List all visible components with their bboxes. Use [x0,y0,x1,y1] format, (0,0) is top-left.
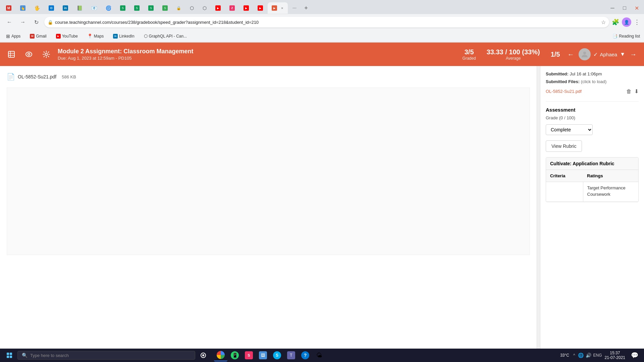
eye-icon [25,52,33,57]
address-wrapper[interactable]: 🔒 course.teachingchannel.com/courses/238… [44,17,609,27]
tab-sheets[interactable]: S [116,2,129,14]
bookmark-maps[interactable]: 📍 Maps [85,33,106,39]
browser-menu-button[interactable]: ⋮ [634,18,640,26]
address-bar: ← → ↻ 🔒 course.teachingchannel.com/cours… [0,14,644,30]
tab5-favicon: 📧 [91,5,97,11]
gradebook-icon-btn[interactable] [5,48,17,60]
close-button[interactable]: ✕ [631,3,642,13]
gh2-favicon: ⬡ [203,5,207,11]
maps-bm-icon: 📍 [87,34,93,39]
tab-yt1[interactable]: ▶ [211,2,225,14]
start-button[interactable] [3,349,16,361]
download-file-button[interactable]: ⬇ [634,88,639,95]
tab-3[interactable]: 🖐 [30,2,44,14]
skype-app-icon: S [273,351,281,359]
tab-more[interactable]: ⋯ [288,2,301,14]
student-dropdown-button[interactable]: ▼ [620,51,625,57]
notification-button[interactable]: 💬 [628,349,641,361]
refresh-button[interactable]: ↻ [31,17,42,27]
task-view-button[interactable] [197,349,210,361]
tab-github[interactable]: ⬡ [186,2,198,14]
tab-vault[interactable]: 🔒 [172,2,185,14]
tab-2[interactable]: 👆 [16,2,30,14]
taskbar-sublime-app[interactable]: S [242,349,256,361]
tab-sheets3[interactable]: S [144,2,158,14]
next-student-button[interactable]: → [628,49,639,60]
rubric-table: Criteria Ratings Target Performance Cour… [546,170,638,202]
extensions-button[interactable]: 🧩 [612,18,619,26]
bookmark-graphql[interactable]: ⬡ GraphQL API - Can... [142,33,189,39]
taskbar-gallery-app[interactable]: 🖼 [256,349,270,361]
new-tab-button[interactable]: + [301,3,311,13]
tab-outlook[interactable]: O [45,2,58,14]
tab-4[interactable]: 📗 [73,2,87,14]
submitted-files-label: Submitted Files: [546,79,580,84]
coursework-label: Coursework [587,192,635,197]
eye-icon-btn[interactable] [23,48,35,60]
reading-list-icon: 📑 [612,34,618,39]
graphql-bm-icon: ⬡ [144,34,148,39]
header-stats: 3/5 Graded 33.33 / 100 (33%) Average 1/5 [463,48,560,61]
url-bar[interactable]: course.teachingchannel.com/courses/238/g… [44,17,609,27]
tab-close-btn[interactable]: × [280,5,284,11]
pdf-filename[interactable]: OL-5852-Su21.pdf [18,74,56,79]
prev-student-button[interactable]: ← [565,49,576,60]
taskbar-chrome-app[interactable] [214,349,227,361]
minimize-button[interactable]: ─ [607,3,618,13]
tab-5[interactable]: 📧 [87,2,101,14]
taskbar-help-app[interactable]: ? [299,349,312,361]
taskbar-teams-app[interactable]: T [284,349,298,361]
search-icon: 🔍 [22,353,28,358]
pdf-file-item: 📄 OL-5852-Su21.pdf 586 KB [7,73,530,81]
github-favicon: ⬡ [190,5,194,11]
user-avatar-icon [581,51,588,58]
bookmarks-bar: ⊞ Apps M Gmail ▶ YouTube 📍 Maps in Linke… [0,30,644,42]
student-avatar [579,48,591,60]
bookmark-gmail[interactable]: M Gmail [28,33,48,39]
click-to-load-label[interactable]: (click to load) [581,79,607,84]
taskbar-whatsapp-app[interactable]: 📱 [228,349,241,361]
bookmark-linkedin[interactable]: in LinkedIn [111,33,136,39]
tab-linkedin[interactable]: in [59,2,72,14]
sys-tray-icons: 🌐 🔊 ENG [578,353,602,358]
forward-button[interactable]: → [17,17,28,27]
settings-icon-btn[interactable] [40,48,52,60]
student-name-block: ✓ Aphaea [593,51,617,58]
submitted-file-link[interactable]: OL-5852-Su21.pdf 🗑 ⬇ [546,87,639,96]
reading-list-button[interactable]: 📑 Reading list [612,34,640,39]
taskbar-weather-app[interactable]: 🌤 [313,349,326,361]
svg-point-7 [583,52,586,54]
teaching-favicon: ▶ [272,5,277,11]
taskbar-search-bar[interactable]: 🔍 Type here to search [17,351,195,360]
bookmark-graphql-label: GraphQL API - Can... [149,34,187,39]
tab-yt2[interactable]: ▶ [239,2,253,14]
bookmark-apps[interactable]: ⊞ Apps [4,33,22,40]
view-rubric-button[interactable]: View Rubric [546,140,582,152]
taskbar-skype-app[interactable]: S [270,349,284,361]
clock-date: 21-07-2021 [605,355,625,360]
tab-teaching-channel-active[interactable]: ▶ × [268,2,288,14]
tab-gmail[interactable]: M [2,2,15,14]
tab-sheets2[interactable]: S [130,2,144,14]
profile-button[interactable]: 👤 [622,17,631,27]
tab-z[interactable]: Z [225,2,239,14]
panel-scrollbar[interactable] [537,66,540,349]
average-stat: 33.33 / 100 (33%) Average [487,48,540,61]
tab-6[interactable]: 🌀 [102,2,115,14]
bookmark-star-button[interactable]: ☆ [601,19,606,25]
submitted-date-value: Jul 16 at 1:06pm [570,71,602,76]
tab-s4[interactable]: S [158,2,172,14]
back-button[interactable]: ← [4,17,15,27]
rubric-title: Cultivate: Application Rubric [546,158,638,170]
tab-yt3[interactable]: ▶ [254,2,267,14]
tab-gh2[interactable]: ⬡ [199,2,211,14]
show-hidden-icons-button[interactable]: ^ [573,353,575,358]
delete-file-button[interactable]: 🗑 [626,88,632,95]
complete-status-dropdown[interactable]: Complete Incomplete Excused [546,124,593,135]
maximize-button[interactable]: □ [619,3,630,13]
criteria-header: Criteria [546,170,583,182]
submitted-file-name[interactable]: OL-5852-Su21.pdf [546,89,582,94]
browser-chrome: M 👆 🖐 O in 📗 📧 🌀 S S S [0,0,644,43]
rubric-section: Cultivate: Application Rubric Criteria R… [546,157,639,202]
bookmark-youtube[interactable]: ▶ YouTube [54,33,80,39]
